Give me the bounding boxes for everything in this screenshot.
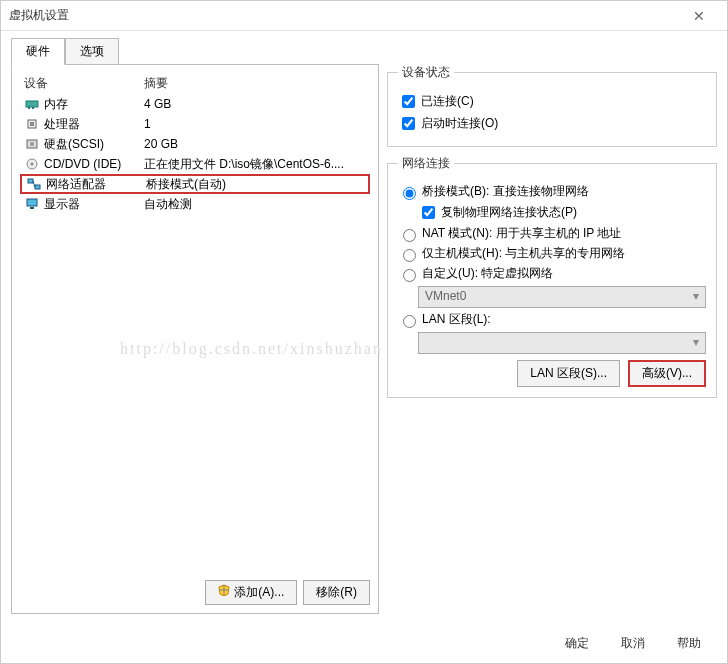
hw-row-disk[interactable]: 硬盘(SCSI) 20 GB [20,134,370,154]
svg-rect-11 [27,199,37,206]
col-device: 设备 [24,75,144,92]
nat-radio[interactable]: NAT 模式(N): 用于共享主机的 IP 地址 [398,225,706,242]
hardware-header: 设备 摘要 [20,73,370,94]
cd-icon [24,156,40,172]
lan-segment-radio[interactable]: LAN 区段(L): [398,311,706,328]
hardware-list: 内存 4 GB 处理器 1 硬盘(SCSI) 20 GB CD/DVD (IDE… [20,94,370,574]
device-status-legend: 设备状态 [398,64,454,81]
titlebar: 虚拟机设置 ✕ [1,1,727,31]
connected-checkbox[interactable]: 已连接(C) [398,92,706,111]
tab-options[interactable]: 选项 [65,38,119,65]
close-icon[interactable]: ✕ [679,8,719,24]
advanced-button[interactable]: 高级(V)... [628,360,706,387]
display-icon [24,196,40,212]
svg-rect-12 [30,207,34,209]
svg-rect-10 [35,185,40,189]
lan-combo-wrap [418,332,706,354]
svg-rect-2 [32,107,34,109]
network-icon [26,176,42,192]
lan-segment-combo[interactable] [418,332,706,354]
custom-vmnet-combo[interactable]: VMnet0 [418,286,706,308]
memory-icon [24,96,40,112]
cpu-icon [24,116,40,132]
connect-on-start-checkbox[interactable]: 启动时连接(O) [398,114,706,133]
hw-row-memory[interactable]: 内存 4 GB [20,94,370,114]
bridged-radio[interactable]: 桥接模式(B): 直接连接物理网络 [398,183,706,200]
window-title: 虚拟机设置 [9,7,679,24]
hostonly-radio[interactable]: 仅主机模式(H): 与主机共享的专用网络 [398,245,706,262]
col-summary: 摘要 [144,75,366,92]
svg-rect-1 [28,107,30,109]
ok-button[interactable]: 确定 [559,634,595,653]
replicate-checkbox[interactable]: 复制物理网络连接状态(P) [418,203,706,222]
network-buttons: LAN 区段(S)... 高级(V)... [398,360,706,387]
hw-row-cpu[interactable]: 处理器 1 [20,114,370,134]
hw-row-network[interactable]: 网络适配器 桥接模式(自动) [20,174,370,194]
custom-combo-wrap: VMnet0 [418,286,706,308]
network-connection-legend: 网络连接 [398,155,454,172]
disk-icon [24,136,40,152]
lan-segments-button[interactable]: LAN 区段(S)... [517,360,620,387]
hardware-buttons: 添加(A)... 移除(R) [20,574,370,605]
hw-row-display[interactable]: 显示器 自动检测 [20,194,370,214]
cancel-button[interactable]: 取消 [615,634,651,653]
tabs: 硬件 选项 [11,37,727,64]
hardware-panel: 设备 摘要 内存 4 GB 处理器 1 硬盘(SCSI) 20 GB [11,64,379,614]
remove-hardware-button[interactable]: 移除(R) [303,580,370,605]
content: 设备 摘要 内存 4 GB 处理器 1 硬盘(SCSI) 20 GB [1,64,727,624]
add-hardware-button[interactable]: 添加(A)... [205,580,297,605]
network-connection-group: 网络连接 桥接模式(B): 直接连接物理网络 复制物理网络连接状态(P) NAT… [387,155,717,398]
hw-row-cd[interactable]: CD/DVD (IDE) 正在使用文件 D:\iso镜像\CentOS-6...… [20,154,370,174]
device-status-group: 设备状态 已连接(C) 启动时连接(O) [387,64,717,147]
svg-point-8 [31,163,34,166]
settings-panel: 设备状态 已连接(C) 启动时连接(O) 网络连接 桥接模式(B): 直接连接物… [387,64,717,614]
svg-rect-4 [30,122,34,126]
svg-rect-9 [28,179,33,183]
dialog-window: 虚拟机设置 ✕ 硬件 选项 设备 摘要 内存 4 GB 处理器 1 [0,0,728,664]
shield-icon [218,584,230,596]
svg-point-6 [30,142,34,146]
custom-radio[interactable]: 自定义(U): 特定虚拟网络 [398,265,706,282]
svg-rect-0 [26,101,38,107]
dialog-buttons: 确定 取消 帮助 [1,624,727,663]
tab-hardware[interactable]: 硬件 [11,38,65,65]
help-button[interactable]: 帮助 [671,634,707,653]
